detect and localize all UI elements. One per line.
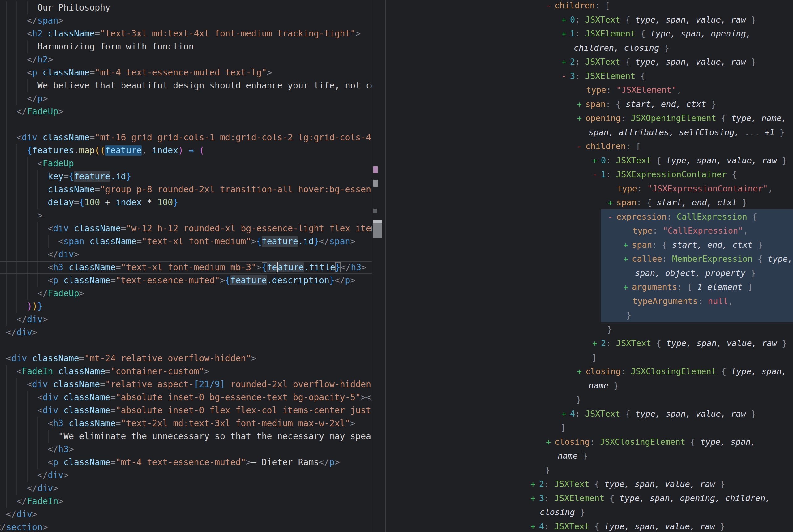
code-line[interactable]: <h2 className="text-3xl md:text-4xl font… xyxy=(0,27,372,40)
ast-row[interactable]: -3: JSXElement { xyxy=(386,69,793,83)
ast-row[interactable]: +0: JSXText { type, span, value, raw } xyxy=(386,153,793,168)
code-line[interactable]: <div className="mt-16 grid grid-cols-1 m… xyxy=(0,131,372,144)
ast-row[interactable]: +opening: JSXOpeningElement { type, name… xyxy=(386,111,793,125)
expand-node-icon[interactable]: + xyxy=(546,435,555,449)
code-line[interactable]: <FadeUp xyxy=(0,157,372,170)
expand-node-icon[interactable]: + xyxy=(530,477,539,491)
ast-row[interactable]: closing } xyxy=(386,505,793,519)
collapse-node-icon[interactable]: - xyxy=(546,0,555,13)
code-line[interactable]: <div className="mt-24 relative overflow-… xyxy=(0,352,372,365)
ast-row[interactable]: +1: JSXElement { type, span, opening, xyxy=(386,26,793,41)
ast-row[interactable]: type: "JSXExpressionContainer", xyxy=(386,182,793,196)
expand-node-icon[interactable]: + xyxy=(623,252,632,266)
code-line[interactable]: </div> xyxy=(0,313,372,326)
code-line[interactable]: We believe that beautiful design should … xyxy=(0,79,372,92)
code-line[interactable]: key={feature.id} xyxy=(0,170,372,183)
code-line[interactable]: </div> xyxy=(0,508,372,521)
code-line[interactable]: className="group p-8 rounded-2xl transit… xyxy=(0,183,372,196)
ast-row[interactable]: +span: { start, end, ctxt } xyxy=(386,238,793,252)
code-line[interactable]: <div className="w-12 h-12 rounded-xl bg-… xyxy=(0,222,372,235)
expand-node-icon[interactable]: + xyxy=(577,97,585,111)
code-line[interactable]: </section> xyxy=(0,521,372,532)
ast-row[interactable]: ] xyxy=(386,350,793,365)
code-line[interactable]: <p className="mt-4 text-essence-muted">—… xyxy=(0,456,372,469)
code-line[interactable]: </div> xyxy=(0,248,372,261)
code-line[interactable]: </h2> xyxy=(0,53,372,66)
ast-row[interactable]: } xyxy=(386,322,793,337)
code-line[interactable]: Harmonizing form with function xyxy=(0,40,372,53)
ast-row[interactable]: -1: JSXExpressionContainer { xyxy=(386,167,793,182)
expand-node-icon[interactable]: + xyxy=(623,280,632,294)
expand-node-icon[interactable]: + xyxy=(561,407,570,421)
ast-row[interactable]: +closing: JSXClosingElement { type, span… xyxy=(386,364,793,379)
ast-row[interactable]: +2: JSXText { type, span, value, raw } xyxy=(386,477,793,491)
overview-ruler-scrollbar[interactable] xyxy=(372,0,386,532)
expand-node-icon[interactable]: + xyxy=(530,519,539,532)
code-line[interactable]: </p> xyxy=(0,92,372,105)
expand-node-icon[interactable]: + xyxy=(561,55,570,69)
ast-row[interactable]: type: "JSXElement", xyxy=(386,83,793,97)
code-line[interactable]: </div> xyxy=(0,326,372,339)
code-line[interactable]: delay={100 + index * 100} xyxy=(0,196,372,209)
ast-row[interactable]: typeArguments: null, xyxy=(386,294,793,308)
ast-row[interactable]: ] xyxy=(386,421,793,435)
ast-row[interactable]: children, closing } xyxy=(386,41,793,55)
expand-node-icon[interactable]: + xyxy=(577,111,585,125)
ast-row[interactable]: +3: JSXElement { type, span, opening, ch… xyxy=(386,491,793,506)
ast-row[interactable]: +callee: MemberExpression { type, xyxy=(386,252,793,266)
code-editor-pane[interactable]: Our Philosophy</span><h2 className="text… xyxy=(0,1,372,532)
ast-tree-panel[interactable]: -children: [+0: JSXText { type, span, va… xyxy=(386,0,793,532)
ast-row[interactable]: -children: [ xyxy=(386,139,793,153)
ast-row[interactable]: +2: JSXText { type, span, value, raw } xyxy=(386,55,793,69)
code-line[interactable] xyxy=(0,118,372,131)
expand-node-icon[interactable]: + xyxy=(623,238,632,252)
expand-node-icon[interactable]: + xyxy=(608,195,616,210)
code-line[interactable]: </div> xyxy=(0,482,372,495)
code-line[interactable]: <div className="absolute inset-0 flex fl… xyxy=(0,404,372,417)
ast-row[interactable]: +4: JSXText { type, span, value, raw } xyxy=(386,407,793,421)
code-line[interactable]: > xyxy=(0,209,372,222)
expand-node-icon[interactable]: + xyxy=(561,13,570,27)
ast-row[interactable]: } xyxy=(386,393,793,407)
ast-row[interactable]: name } xyxy=(386,449,793,463)
code-line[interactable]: Our Philosophy xyxy=(0,1,372,14)
ast-row[interactable]: +0: JSXText { type, span, value, raw } xyxy=(386,13,793,27)
collapse-node-icon[interactable]: - xyxy=(561,69,570,83)
code-line[interactable]: <p className="mt-4 text-essence-muted te… xyxy=(0,66,372,79)
code-line[interactable]: </h3> xyxy=(0,443,372,456)
code-line[interactable]: <h3 className="text-2xl md:text-3xl font… xyxy=(0,417,372,430)
ast-row[interactable]: span, attributes, selfClosing, ... +1 } xyxy=(386,125,793,139)
ast-row[interactable]: -expression: CallExpression { xyxy=(386,210,793,224)
code-line[interactable]: </FadeUp> xyxy=(0,287,372,300)
code-line[interactable] xyxy=(0,339,372,352)
ast-row[interactable]: +2: JSXText { type, span, value, raw } xyxy=(386,336,793,350)
code-line[interactable]: {features.map((feature, index) ⇒ ( xyxy=(0,144,372,157)
ast-row[interactable]: span, object, property } xyxy=(386,266,793,280)
ast-row[interactable]: +4: JSXText { type, span, value, raw } xyxy=(386,519,793,532)
code-line[interactable]: <p className="text-essence-muted">{featu… xyxy=(0,274,372,287)
ast-row[interactable]: name } xyxy=(386,379,793,393)
expand-node-icon[interactable]: + xyxy=(577,364,585,379)
collapse-node-icon[interactable]: - xyxy=(608,210,616,224)
ast-row[interactable]: +arguments: [ 1 element ] xyxy=(386,280,793,294)
code-line[interactable]: "We eliminate the unnecessary so that th… xyxy=(0,430,372,443)
ast-row[interactable]: } xyxy=(386,308,793,322)
expand-node-icon[interactable]: + xyxy=(592,336,601,350)
code-line[interactable]: </div> xyxy=(0,469,372,482)
expand-node-icon[interactable]: + xyxy=(561,26,570,41)
collapse-node-icon[interactable]: - xyxy=(577,139,585,153)
ast-row[interactable]: } xyxy=(386,463,793,477)
ast-row[interactable]: +span: { start, end, ctxt } xyxy=(386,195,793,210)
code-line[interactable]: </FadeUp> xyxy=(0,105,372,118)
code-line[interactable]: <div className="absolute inset-0 bg-esse… xyxy=(0,391,372,404)
ast-row[interactable]: type: "CallExpression", xyxy=(386,224,793,238)
ast-row[interactable]: +span: { start, end, ctxt } xyxy=(386,97,793,111)
code-line[interactable]: <div className="relative aspect-[21/9] r… xyxy=(0,378,372,391)
code-line[interactable]: </span> xyxy=(0,14,372,27)
code-line-active[interactable]: <h3 className="text-xl font-medium mb-3"… xyxy=(0,261,372,274)
code-line[interactable]: <span className="text-xl font-medium">{f… xyxy=(0,235,372,248)
collapse-node-icon[interactable]: - xyxy=(592,167,601,182)
code-line[interactable]: ))} xyxy=(0,300,372,313)
expand-node-icon[interactable]: + xyxy=(592,153,601,168)
ast-row[interactable]: -children: [ xyxy=(386,0,793,13)
